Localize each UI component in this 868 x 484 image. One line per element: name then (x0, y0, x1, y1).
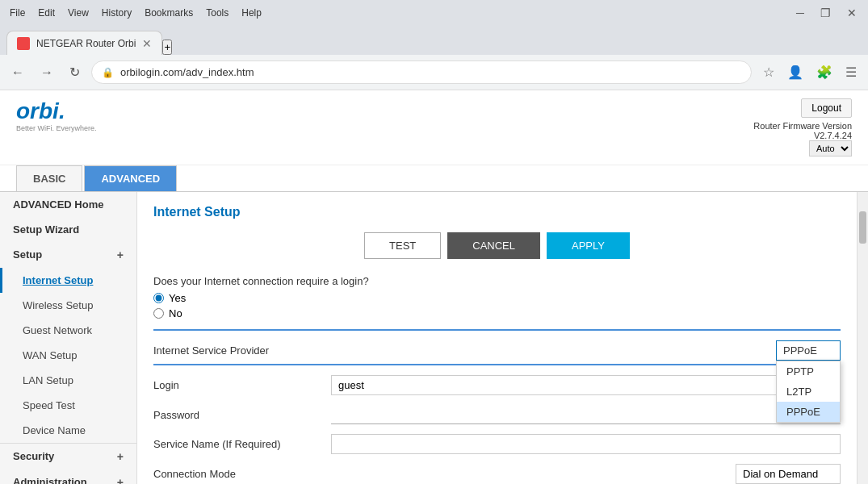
tab-bar: NETGEAR Router Orbi ✕ + (0, 26, 868, 55)
menu-view[interactable]: View (68, 7, 89, 19)
security-expand-icon: + (117, 450, 124, 463)
auto-select[interactable]: Auto (809, 140, 852, 156)
service-name-input[interactable] (331, 434, 841, 454)
connection-mode-control: Dial on Demand (331, 464, 841, 484)
radio-group-login: Yes No (153, 292, 841, 319)
url-bar[interactable]: 🔒 orbilogin.com/adv_index.htm (91, 60, 752, 84)
tab-title: NETGEAR Router Orbi (36, 38, 136, 49)
tab-favicon (17, 37, 30, 50)
logo-sub: Better WiFi. Everywhere. (16, 124, 97, 132)
new-tab-button[interactable]: + (162, 40, 172, 55)
sidebar-item-device-name[interactable]: Device Name (0, 418, 136, 443)
login-field-row: Login (153, 375, 841, 395)
cancel-button[interactable]: CANCEL (447, 232, 540, 259)
sidebar: ADVANCED Home Setup Wizard Setup + Inter… (0, 192, 137, 484)
browser-frame: File Edit View History Bookmarks Tools H… (0, 0, 868, 484)
sidebar-item-wireless-setup[interactable]: Wireless Setup (0, 293, 136, 318)
login-label: Login (153, 379, 331, 391)
main-layout: ADVANCED Home Setup Wizard Setup + Inter… (0, 192, 868, 484)
scroll-thumb[interactable] (859, 211, 866, 244)
url-text: orbilogin.com/adv_index.htm (120, 66, 254, 78)
tab-basic[interactable]: BASIC (16, 165, 82, 191)
password-input[interactable] (331, 405, 841, 424)
service-name-label: Service Name (If Required) (153, 438, 331, 450)
test-button[interactable]: TEST (364, 232, 441, 259)
browser-tab[interactable]: NETGEAR Router Orbi ✕ (6, 31, 162, 55)
orbi-logo: orbi. Better WiFi. Everywhere. (16, 98, 97, 132)
action-buttons: TEST CANCEL APPLY (153, 232, 841, 259)
isp-dropdown: PPTP L2TP PPPoE (776, 361, 841, 423)
menu-history[interactable]: History (102, 7, 132, 19)
sidebar-section-setup[interactable]: Setup + (0, 242, 136, 268)
dropdown-l2tp[interactable]: L2TP (777, 382, 840, 402)
toolbar-icons: ☆ 👤 🧩 ☰ (758, 61, 862, 83)
content-area: Internet Setup TEST CANCEL APPLY Does yo… (137, 192, 857, 484)
radio-yes[interactable]: Yes (153, 292, 841, 304)
login-control (331, 375, 841, 395)
menu-tools[interactable]: Tools (206, 7, 229, 19)
connection-mode-row: Connection Mode Dial on Demand (153, 464, 841, 484)
close-button[interactable]: ✕ (842, 5, 862, 21)
tab-advanced[interactable]: ADVANCED (84, 165, 177, 191)
isp-select-wrapper: PPPoE PPTP L2TP PPPoE (776, 340, 841, 361)
back-button[interactable]: ← (6, 62, 29, 83)
menu-bar: File Edit View History Bookmarks Tools H… (6, 7, 265, 19)
window-controls: ─ ❐ ✕ (791, 5, 862, 21)
firmware-version: V2.7.4.24 (814, 131, 852, 140)
isp-row: Internet Service Provider PPPoE PPTP L2T… (153, 340, 841, 361)
setup-expand-icon: + (117, 248, 124, 261)
dropdown-pptp[interactable]: PPTP (777, 361, 840, 382)
orbi-header: orbi. Better WiFi. Everywhere. Logout Ro… (0, 90, 868, 165)
login-question: Does your Internet connection require a … (153, 275, 841, 287)
sidebar-item-speed-test[interactable]: Speed Test (0, 393, 136, 418)
menu-help[interactable]: Help (241, 7, 262, 19)
dropdown-pppoe[interactable]: PPPoE (777, 402, 840, 422)
forward-button[interactable]: → (36, 62, 58, 83)
service-name-row: Service Name (If Required) (153, 434, 841, 454)
sidebar-item-setup-wizard[interactable]: Setup Wizard (0, 217, 136, 242)
isp-select[interactable]: PPPoE (776, 340, 841, 361)
sidebar-item-lan-setup[interactable]: LAN Setup (0, 368, 136, 393)
title-bar: File Edit View History Bookmarks Tools H… (0, 0, 868, 26)
maximize-button[interactable]: ❐ (816, 5, 836, 21)
password-field-row: Password (153, 405, 841, 424)
sidebar-item-advanced-home[interactable]: ADVANCED Home (0, 192, 136, 217)
login-input[interactable] (331, 375, 841, 395)
sidebar-item-wan-setup[interactable]: WAN Setup (0, 343, 136, 368)
menu-edit[interactable]: Edit (38, 7, 55, 19)
security-icon: 🔒 (102, 67, 114, 78)
reload-button[interactable]: ↻ (65, 61, 85, 83)
close-tab-button[interactable]: ✕ (142, 37, 152, 50)
firmware-info: Router Firmware Version V2.7.4.24 (753, 121, 852, 140)
sidebar-item-internet-setup[interactable]: Internet Setup (0, 268, 136, 293)
header-right: Logout Router Firmware Version V2.7.4.24… (753, 98, 852, 156)
password-label: Password (153, 409, 331, 421)
menu-file[interactable]: File (10, 7, 25, 19)
sidebar-section-administration[interactable]: Administration + (0, 469, 136, 484)
menu-icon[interactable]: ☰ (841, 61, 862, 83)
menu-bookmarks[interactable]: Bookmarks (145, 7, 193, 19)
password-control (331, 405, 841, 424)
page-title: Internet Setup (153, 205, 841, 219)
firmware-label: Router Firmware Version (753, 121, 852, 131)
connection-mode-select[interactable]: Dial on Demand (736, 464, 841, 484)
minimize-button[interactable]: ─ (791, 5, 809, 21)
apply-button[interactable]: APPLY (547, 232, 630, 259)
radio-no[interactable]: No (153, 307, 841, 319)
administration-expand-icon: + (117, 476, 124, 484)
connection-mode-label: Connection Mode (153, 468, 331, 480)
extensions-icon[interactable]: 🧩 (811, 61, 837, 83)
isp-label: Internet Service Provider (153, 344, 331, 357)
profile-icon[interactable]: 👤 (782, 61, 808, 83)
logout-button[interactable]: Logout (801, 98, 852, 118)
logo-text: orbi. (16, 98, 97, 124)
scrollbar[interactable] (857, 192, 868, 484)
nav-tabs: BASIC ADVANCED (0, 165, 868, 192)
sidebar-section-security[interactable]: Security + (0, 444, 136, 469)
address-bar: ← → ↻ 🔒 orbilogin.com/adv_index.htm ☆ 👤 … (0, 55, 868, 90)
service-name-control (331, 434, 841, 454)
page-content: orbi. Better WiFi. Everywhere. Logout Ro… (0, 90, 868, 484)
sidebar-item-guest-network[interactable]: Guest Network (0, 318, 136, 343)
bookmark-icon[interactable]: ☆ (758, 61, 779, 83)
